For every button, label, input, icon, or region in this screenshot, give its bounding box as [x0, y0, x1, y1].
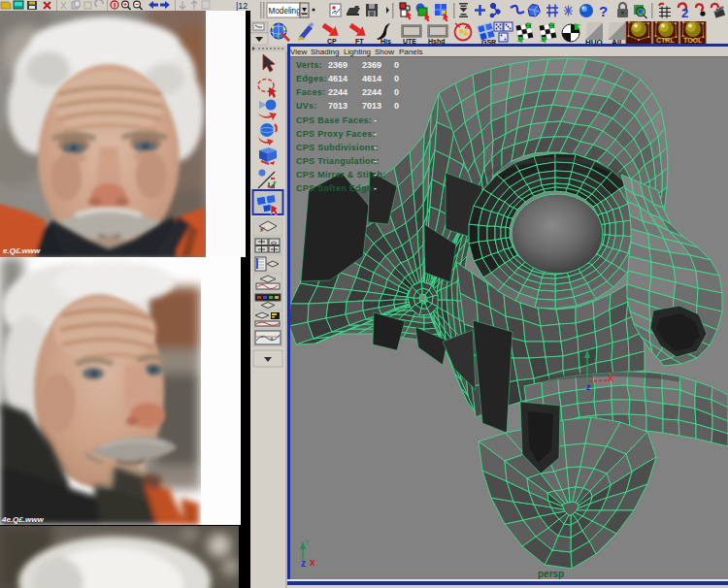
svg-text:X: X — [608, 374, 613, 383]
svg-text:2: 2 — [681, 6, 688, 20]
svg-text:Y: Y — [305, 538, 311, 546]
svg-text:e.Q£.www: e.Q£.www — [3, 246, 41, 255]
svg-text:4e.Q£.www: 4e.Q£.www — [1, 515, 44, 524]
svg-text:CTRL: CTRL — [656, 37, 675, 44]
svg-text:TOOL: TOOL — [683, 37, 703, 44]
svg-text:x: x — [310, 557, 315, 568]
svg-text:|12: |12 — [236, 1, 248, 11]
svg-text:z: z — [301, 558, 306, 569]
svg-text:?: ? — [599, 3, 608, 19]
svg-text:z: z — [586, 382, 591, 392]
svg-text:Modeling: Modeling — [269, 7, 302, 16]
